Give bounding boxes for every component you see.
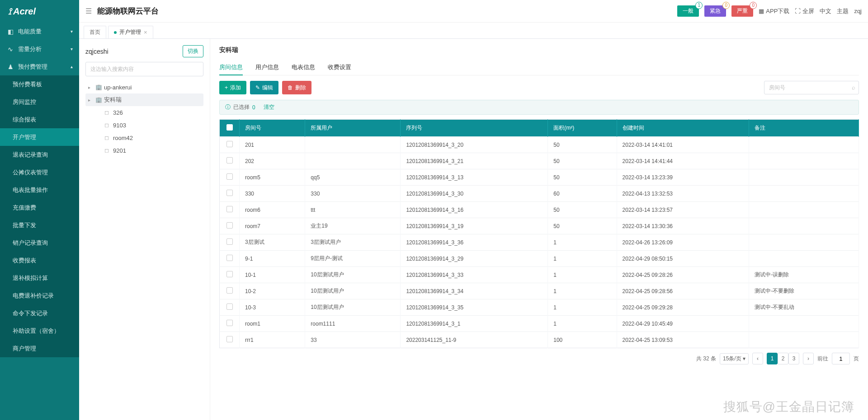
fullscreen-icon: ⛶ (795, 8, 801, 14)
tree-node[interactable]: ◻9201 (85, 144, 203, 157)
table-row[interactable]: room7业主1912012081369914_3_19502022-03-14… (220, 218, 859, 234)
sub-tab[interactable]: 房间信息 (219, 60, 243, 75)
file-icon: ◻ (104, 135, 111, 141)
alert-urgent-label: 紧急 (710, 8, 721, 14)
collapse-icon[interactable]: ☰ (85, 7, 92, 15)
sidebar-item[interactable]: 电费退补价记录 (0, 287, 79, 304)
nav-demand[interactable]: ∿ 需量分析 ▾ (0, 40, 79, 58)
alert-severe-count: 0 (750, 2, 757, 9)
tree-search-input[interactable] (85, 62, 203, 76)
nav-quality-label: 电能质量 (18, 28, 42, 36)
link-fullscreen[interactable]: ⛶全屏 (795, 7, 814, 15)
delete-button[interactable]: 🗑删除 (282, 81, 311, 94)
nav-quality[interactable]: ◧ 电能质量 ▾ (0, 23, 79, 40)
sidebar-item[interactable]: 综合报表 (0, 111, 79, 128)
table-row[interactable]: 10-310层测试用户12012081369914_3_3512022-04-2… (220, 299, 859, 316)
sidebar-item[interactable]: 开户管理 (0, 128, 79, 146)
tree-node[interactable]: ▸🏢up-ankerui (85, 81, 203, 93)
link-user[interactable]: zqj (854, 8, 862, 14)
row-checkbox[interactable] (226, 141, 233, 147)
selected-count: 0 (252, 104, 255, 111)
page-size-select[interactable]: 15条/页 ▾ (720, 353, 749, 364)
row-checkbox[interactable] (226, 222, 233, 229)
sidebar-item[interactable]: 房间监控 (0, 93, 79, 111)
add-button[interactable]: +添加 (219, 81, 246, 94)
tab-active[interactable]: 开户管理 × (108, 26, 153, 38)
select-all-checkbox[interactable] (226, 124, 233, 131)
switch-button[interactable]: 切换 (183, 45, 203, 57)
row-checkbox[interactable] (226, 303, 233, 310)
table-row[interactable]: 9-19层用户-测试12012081369914_3_2912022-04-29… (220, 251, 859, 267)
trash-icon: 🗑 (288, 84, 293, 91)
nav-prepay[interactable]: ♟ 预付费管理 ▴ (0, 58, 79, 75)
table-row[interactable]: 20212012081369914_3_21502022-03-14 14:41… (220, 153, 859, 169)
search-icon[interactable]: ⌕ (852, 84, 855, 91)
alert-normal-label: 一般 (683, 8, 693, 14)
sub-tab[interactable]: 用户信息 (255, 60, 279, 75)
nav-menu: ◧ 电能质量 ▾ ∿ 需量分析 ▾ ♟ 预付费管理 ▴ 预付费看板房间监控综合报… (0, 23, 79, 420)
sidebar-item[interactable]: 退表记录查询 (0, 146, 79, 163)
table-row[interactable]: room5qq512012081369914_3_13502022-03-14 … (220, 169, 859, 186)
table-row[interactable]: 10-210层测试用户12012081369914_3_3412022-04-2… (220, 283, 859, 299)
sidebar-item[interactable]: 收费报表 (0, 252, 79, 269)
edit-button[interactable]: ✎编辑 (250, 81, 278, 94)
table-row[interactable]: 33033012012081369914_3_30602022-04-13 13… (220, 186, 859, 202)
tree-list: ▸🏢up-ankerui▸🏢安科瑞◻326◻9103◻room42◻9201 (85, 81, 203, 157)
tree-node[interactable]: ◻room42 (85, 131, 203, 144)
row-checkbox[interactable] (226, 255, 233, 261)
chevron-up-icon: ▴ (71, 64, 73, 69)
row-checkbox[interactable] (226, 336, 233, 342)
file-icon: ◻ (104, 147, 111, 154)
tab-home[interactable]: 首页 (84, 26, 106, 38)
sub-tab[interactable]: 电表信息 (292, 60, 315, 75)
link-lang[interactable]: 中文 (820, 7, 831, 15)
sub-tab[interactable]: 收费设置 (328, 60, 351, 75)
chart-icon: ∿ (6, 46, 14, 53)
page-next[interactable]: › (803, 353, 814, 364)
sidebar-item[interactable]: 命令下发记录 (0, 304, 79, 322)
row-checkbox[interactable] (226, 157, 233, 163)
table-row[interactable]: room1room111112012081369914_3_112022-04-… (220, 316, 859, 332)
alert-severe[interactable]: 严重 0 (731, 5, 753, 17)
row-checkbox[interactable] (226, 238, 233, 245)
file-icon: ◻ (104, 109, 111, 116)
sidebar-item[interactable]: 电表批量操作 (0, 181, 79, 199)
sidebar-item[interactable]: 预付费看板 (0, 75, 79, 93)
tree-node[interactable]: ▸🏢安科瑞 (85, 93, 203, 106)
clear-selection[interactable]: 清空 (264, 103, 274, 111)
sidebar-item[interactable]: 销户记录查询 (0, 234, 79, 252)
link-download[interactable]: ▦APP下载 (759, 7, 789, 15)
page-number[interactable]: 1 (767, 353, 778, 364)
table-row[interactable]: room6ttt12012081369914_3_16502022-03-14 … (220, 202, 859, 218)
alert-urgent[interactable]: 紧急 0 (704, 5, 726, 17)
tree-node[interactable]: ◻9103 (85, 119, 203, 131)
page-goto-input[interactable] (832, 353, 850, 364)
table-header: 所属用户 (305, 120, 401, 137)
table-row[interactable]: 10-110层测试用户12012081369914_3_3312022-04-2… (220, 267, 859, 283)
sidebar-item[interactable]: 公摊仪表管理 (0, 163, 79, 181)
row-checkbox[interactable] (226, 287, 233, 294)
sidebar-item[interactable]: 充值缴费 (0, 199, 79, 216)
table-row[interactable]: 20112012081369914_3_20502022-03-14 14:41… (220, 137, 859, 153)
alert-normal[interactable]: 一般 1 (677, 5, 699, 17)
sidebar-item[interactable]: 退补模拟计算 (0, 269, 79, 287)
logo-icon: ⟟ (8, 6, 11, 17)
sidebar-item[interactable]: 补助设置（宿舍） (0, 322, 79, 340)
room-search-input[interactable] (764, 81, 859, 94)
sidebar-item[interactable]: 批量下发 (0, 216, 79, 234)
link-theme[interactable]: 主题 (837, 7, 849, 15)
row-checkbox[interactable] (226, 190, 233, 196)
close-icon[interactable]: × (144, 29, 147, 36)
alert-severe-label: 严重 (737, 8, 748, 14)
row-checkbox[interactable] (226, 320, 233, 326)
table-row[interactable]: 3层测试3层测试用户12012081369914_3_3612022-04-26… (220, 234, 859, 251)
row-checkbox[interactable] (226, 173, 233, 180)
row-checkbox[interactable] (226, 271, 233, 277)
row-checkbox[interactable] (226, 206, 233, 212)
table-row[interactable]: rrr133202203141125_11-91002022-04-25 13:… (220, 332, 859, 348)
tree-node[interactable]: ◻326 (85, 106, 203, 119)
page-number[interactable]: 2 (778, 353, 788, 364)
page-number[interactable]: 3 (788, 353, 799, 364)
sidebar-item[interactable]: 商户管理 (0, 340, 79, 357)
page-prev[interactable]: ‹ (752, 353, 763, 364)
